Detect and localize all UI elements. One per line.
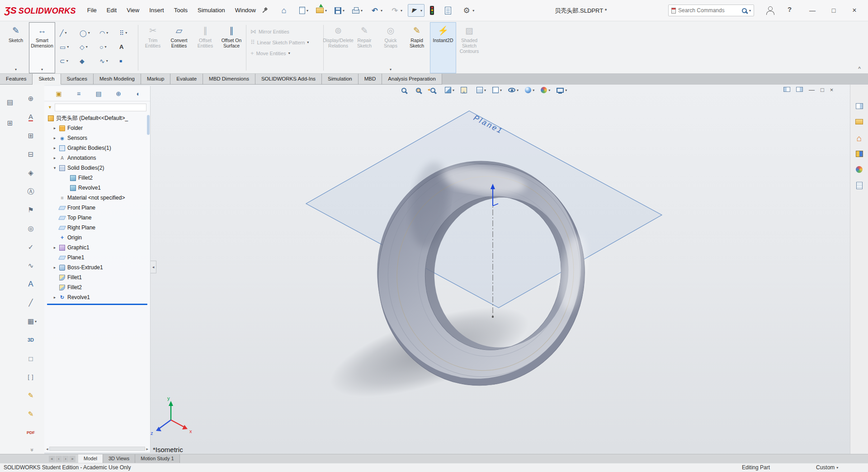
expand-arrow-icon[interactable]: ▸ bbox=[52, 295, 57, 300]
view-tool-display-style[interactable]: ▾ bbox=[492, 87, 502, 93]
manager-tab-configurationmanager[interactable]: ▤ bbox=[89, 90, 108, 97]
sketch-tool-point[interactable]: ■ ▾ bbox=[116, 54, 136, 68]
panel-collapse-tab[interactable]: ◂ bbox=[151, 261, 156, 273]
tree-item-solid-bodies-2[interactable]: ▾ Solid Bodies(2) bbox=[44, 163, 150, 173]
tool-spell-check[interactable]: ✓ ▾ bbox=[24, 240, 40, 254]
dropdown-arrow-icon[interactable]: ▾ bbox=[484, 88, 486, 92]
flyout-arrow-icon[interactable]: ▾ bbox=[125, 31, 127, 35]
tool-sketch-line[interactable]: ╱ ▾ bbox=[24, 296, 40, 310]
expand-arrow-icon[interactable]: ▸ bbox=[52, 245, 57, 250]
dropdown-arrow-icon[interactable]: ▾ bbox=[343, 9, 344, 13]
task-pane-tab-custom-properties[interactable] bbox=[856, 182, 863, 191]
search-input[interactable] bbox=[678, 7, 740, 14]
tab-scroll-button[interactable]: « bbox=[49, 456, 55, 462]
tool-docked-tool-a[interactable]: ▤ bbox=[2, 95, 18, 109]
tool-edit-pencil[interactable]: ✎ ▾ bbox=[24, 407, 40, 421]
view-tool-edit-appearance[interactable]: ▾ bbox=[525, 87, 534, 93]
tab-sketch[interactable]: Sketch bbox=[33, 74, 61, 85]
tab-evaluate[interactable]: Evaluate bbox=[170, 74, 203, 85]
flyout-arrow-icon[interactable]: ▾ bbox=[67, 45, 69, 49]
scroll-left-icon[interactable]: ◂ bbox=[46, 447, 48, 451]
flyout-arrow-icon[interactable]: ▾ bbox=[106, 31, 108, 35]
task-pane-tab-file-explorer[interactable] bbox=[855, 118, 863, 126]
scroll-right-icon[interactable]: ▸ bbox=[146, 447, 148, 451]
ribbon-button-offset-on-surface[interactable]: ∥ Offset On Surface ▾ bbox=[218, 22, 245, 73]
dropdown-arrow-icon[interactable]: ▾ bbox=[517, 88, 519, 92]
ribbon-collapse-icon[interactable]: ^ bbox=[858, 66, 861, 72]
tool-surface-finish[interactable]: ⚑ ▾ bbox=[24, 203, 40, 217]
tab-scroll-button[interactable]: » bbox=[69, 456, 75, 462]
doc-control-pane-left[interactable] bbox=[783, 86, 790, 94]
tab-markup[interactable]: Markup bbox=[141, 74, 170, 85]
doc-control-pane-right[interactable] bbox=[796, 86, 803, 94]
task-pane-tab-design-library[interactable] bbox=[856, 151, 863, 159]
expand-arrow-icon[interactable]: ▸ bbox=[52, 146, 57, 150]
account-icon[interactable] bbox=[765, 6, 774, 15]
tree-item-revolve1[interactable]: Revolve1 bbox=[44, 183, 150, 193]
doc-tab-3d-views[interactable]: 3D Views bbox=[103, 454, 135, 463]
flyout-arrow-icon[interactable]: ▾ bbox=[104, 45, 106, 49]
tool-format-text[interactable]: A ▾ bbox=[24, 277, 40, 291]
tree-item-graphic-bodies-1[interactable]: ▸ Graphic Bodies(1) bbox=[44, 143, 150, 153]
tool-docked-tool-b[interactable]: ⊞ bbox=[2, 116, 18, 130]
doc-control-doc-restore[interactable]: □ bbox=[821, 86, 824, 94]
manager-tab-displaymanager[interactable]: ◐ bbox=[128, 90, 148, 97]
tree-root-item[interactable]: 贝壳头部 (Default<<Default>_ bbox=[44, 113, 150, 123]
ribbon-button-instant2d[interactable]: ⚡ Instant2D ▾ bbox=[430, 22, 456, 73]
tool-general-table[interactable]: ▦ ▾ bbox=[24, 315, 40, 328]
tool-ordinate-dimension[interactable]: ⊟ ▾ bbox=[24, 148, 40, 161]
flyout-arrow-icon[interactable]: ▾ bbox=[65, 31, 66, 35]
view-tool-zoom-fit[interactable]: ▾ bbox=[401, 88, 410, 93]
tree-item-fillet2[interactable]: Fillet2 bbox=[44, 282, 150, 292]
tool-inspection-dimension[interactable]: ◎ ▾ bbox=[24, 222, 40, 235]
tool-datum-target[interactable]: ⊕ ▾ bbox=[24, 92, 40, 105]
view-tool-apply-scene[interactable]: ▾ bbox=[541, 87, 550, 93]
doc-tab-motion-study-1[interactable]: Motion Study 1 bbox=[135, 454, 179, 463]
expand-arrow-icon[interactable]: ▸ bbox=[52, 136, 57, 140]
expand-arrow-icon[interactable]: ▾ bbox=[52, 166, 57, 170]
help-icon[interactable]: ? bbox=[788, 5, 792, 13]
menu-insert[interactable]: Insert bbox=[144, 0, 169, 21]
tool-datum-feature[interactable]: Ⓐ ▾ bbox=[24, 185, 40, 198]
ribbon-button-quick-snaps[interactable]: ◎ Quick Snaps ▾ bbox=[377, 22, 404, 73]
toolbar-button-task-list[interactable]: ▾ bbox=[443, 5, 457, 16]
flyout-arrow-icon[interactable]: ▾ bbox=[15, 67, 17, 72]
dropdown-arrow-icon[interactable]: ▾ bbox=[381, 9, 382, 13]
tool-note[interactable]: A ▾ bbox=[24, 110, 40, 124]
dropdown-arrow-icon[interactable]: ▾ bbox=[361, 9, 363, 13]
tab-features[interactable]: Features bbox=[0, 74, 33, 85]
sketch-tool-arc[interactable]: ◠ ▾ bbox=[96, 26, 116, 40]
toolbar-button-traffic-light[interactable]: ▾ bbox=[428, 4, 439, 17]
tab-analysis-preparation[interactable]: Analysis Preparation bbox=[382, 74, 442, 85]
tree-item-graphic1[interactable]: ▸ Graphic1 bbox=[44, 243, 150, 253]
tool-3d-view[interactable]: 3D ▾ bbox=[24, 333, 40, 347]
ribbon-button-shaded-sketch-contours[interactable]: ▨ Shaded Sketch Contours ▾ bbox=[456, 22, 482, 73]
search-icon[interactable] bbox=[742, 8, 747, 13]
ribbon-button-display-delete-relations[interactable]: ⊚ Display/Delete Relations ▾ bbox=[325, 22, 351, 73]
dropdown-arrow-icon[interactable]: ▾ bbox=[548, 88, 550, 92]
tool-smart-dimension-tool[interactable]: ⊞ ▾ bbox=[24, 129, 40, 143]
menu-window[interactable]: Window bbox=[230, 0, 261, 21]
tool-spline-curve[interactable]: ∿ ▾ bbox=[24, 259, 40, 272]
toolbar-button-print[interactable]: ▾ bbox=[350, 5, 365, 15]
expand-arrow-icon[interactable]: ▸ bbox=[52, 265, 57, 270]
menu-file[interactable]: File bbox=[82, 0, 102, 21]
ribbon-button-sketch[interactable]: ✎ Sketch ▾ bbox=[3, 22, 29, 73]
tree-horizontal-scrollbar[interactable]: ◂ ▸ bbox=[46, 446, 148, 451]
rollback-bar[interactable] bbox=[47, 304, 147, 305]
ribbon-button-convert-entities[interactable]: ▱ Convert Entities ▾ bbox=[166, 22, 192, 73]
dropdown-arrow-icon[interactable]: ▾ bbox=[500, 88, 502, 92]
ribbon-button-move-entities[interactable]: + Move Entities ▾ bbox=[250, 50, 319, 57]
sketch-tool-line[interactable]: ╱ ▾ bbox=[56, 26, 76, 40]
menu-tools[interactable]: Tools bbox=[169, 0, 193, 21]
dropdown-arrow-icon[interactable]: ▾ bbox=[565, 88, 567, 92]
manager-tab-propertymanager[interactable]: ≡ bbox=[69, 90, 89, 97]
view-tool-view-orientation[interactable]: ▾ bbox=[476, 87, 486, 93]
toolbar-button-save[interactable]: ▾ bbox=[332, 5, 347, 16]
tool-appearance-paint[interactable]: ✎ ▾ bbox=[24, 389, 40, 402]
tree-item-front-plane[interactable]: Front Plane bbox=[44, 203, 150, 213]
sketch-tool-spline[interactable]: ∿ ▾ bbox=[96, 54, 116, 68]
ribbon-button-trim-entities[interactable]: ✂ Trim Entities ▾ bbox=[140, 22, 166, 73]
sketch-tool-ellipse[interactable]: ○ ▾ bbox=[96, 40, 116, 54]
tab-simulation[interactable]: Simulation bbox=[322, 74, 359, 85]
